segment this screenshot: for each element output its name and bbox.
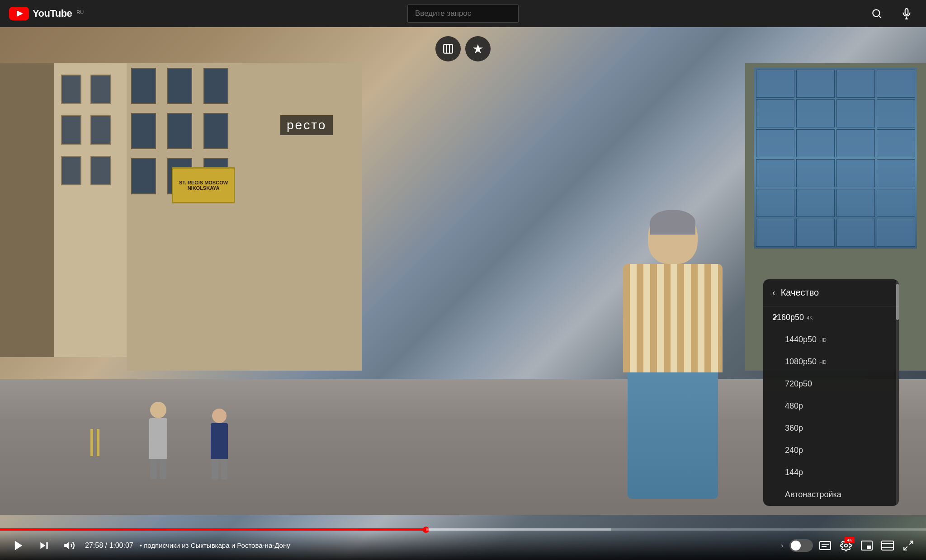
svg-rect-12	[46, 542, 47, 549]
quality-option-1440p50[interactable]: 1440p50 HD	[763, 329, 899, 351]
search-input[interactable]	[415, 9, 511, 18]
chapter-text: • подписчики из Сыктывкара и Ростова-на-…	[140, 541, 775, 549]
svg-rect-19	[867, 546, 871, 549]
quality-badge-hd-1440: HD	[819, 337, 827, 343]
quality-value-720: 720p50	[785, 379, 812, 389]
next-icon	[38, 540, 50, 551]
person-2	[208, 409, 231, 472]
clip-button[interactable]	[435, 36, 461, 61]
subtitles-icon	[819, 541, 831, 550]
svg-point-17	[845, 544, 848, 547]
volume-button[interactable]	[60, 536, 79, 555]
settings-4k-badge: 4K	[845, 537, 855, 543]
search-bar[interactable]	[407, 5, 519, 23]
quality-option-720p50[interactable]: 720p50	[763, 373, 899, 395]
pavement-lines	[90, 429, 99, 456]
building-windows	[59, 72, 113, 194]
subtitles-button[interactable]	[817, 537, 834, 554]
quality-scrollbar-thumb	[896, 284, 899, 320]
quality-back-button[interactable]: ‹	[772, 287, 775, 298]
sparkle-button[interactable]	[465, 36, 491, 61]
svg-line-23	[904, 546, 907, 550]
quality-value-240: 240р	[785, 446, 803, 455]
quality-badge-hd-1080: HD	[819, 359, 827, 365]
miniplayer-icon	[861, 541, 873, 551]
quality-option-auto[interactable]: Автонастройка	[763, 484, 899, 506]
svg-rect-7	[444, 44, 453, 53]
quality-option-480p[interactable]: 480р	[763, 395, 899, 417]
restaurant-sign: ресто	[280, 115, 333, 135]
quality-value-2160: 2160p50	[772, 313, 804, 322]
time-display: 27:58 / 1:00:07	[85, 541, 133, 550]
bottom-controls: 27:58 / 1:00:07 • подписчики из Сыктывка…	[0, 531, 926, 560]
search-icon	[871, 8, 883, 19]
quality-option-2160p50[interactable]: 2160p50 4K	[763, 306, 899, 329]
play-icon	[12, 539, 25, 552]
quality-option-144p[interactable]: 144р	[763, 461, 899, 484]
header: YouTube RU	[0, 0, 926, 27]
microphone-icon	[901, 8, 912, 19]
svg-line-3	[879, 16, 881, 18]
svg-rect-4	[905, 9, 908, 14]
building-right-glass	[754, 68, 917, 249]
logo-locale: RU	[76, 9, 84, 15]
svg-point-2	[873, 9, 879, 16]
fullscreen-icon	[902, 540, 914, 551]
svg-rect-21	[882, 543, 893, 548]
miniplayer-button[interactable]	[858, 537, 875, 554]
quality-value-1080: 1080p50	[785, 357, 817, 367]
chapter-next-button[interactable]: ›	[781, 541, 783, 549]
main-person	[609, 210, 736, 517]
svg-marker-11	[40, 542, 45, 549]
play-button[interactable]	[9, 536, 28, 555]
quality-options-list: 2160p50 4K 1440p50 HD 1080p50 HD 720p50 …	[763, 306, 899, 506]
theater-icon	[881, 541, 894, 551]
svg-rect-14	[820, 541, 831, 550]
svg-line-22	[909, 541, 913, 545]
quality-menu-header[interactable]: ‹ Качество	[763, 279, 899, 306]
svg-marker-13	[64, 542, 69, 549]
quality-value-480: 480р	[785, 401, 803, 411]
fullscreen-button[interactable]	[900, 537, 917, 554]
microphone-button[interactable]	[896, 3, 917, 24]
next-button[interactable]	[34, 536, 53, 555]
quality-scrollbar[interactable]	[896, 279, 899, 506]
settings-button[interactable]: 4K	[837, 537, 855, 554]
quality-value-auto: Автонастройка	[785, 490, 841, 499]
quality-value-1440: 1440p50	[785, 335, 817, 344]
toggle-pill	[791, 541, 801, 551]
quality-option-360p[interactable]: 360р	[763, 417, 899, 439]
logo-text: YouTube	[33, 8, 72, 19]
volume-icon	[63, 540, 75, 551]
quality-value-360: 360р	[785, 424, 803, 433]
right-controls: 4K	[789, 537, 917, 554]
svg-marker-10	[15, 541, 22, 550]
svg-rect-20	[882, 541, 893, 550]
quality-option-1080p50[interactable]: 1080p50 HD	[763, 351, 899, 373]
hotel-sign: ST. REGIS MOSCOW NIKOLSKAYA	[172, 167, 235, 203]
quality-menu-title: Качество	[781, 287, 819, 298]
youtube-logo-icon	[9, 7, 29, 20]
quality-menu: ‹ Качество 2160p50 4K 1440p50 HD 1080p50…	[763, 279, 899, 506]
person-1	[145, 402, 172, 470]
header-icons	[866, 3, 917, 24]
quality-option-240p[interactable]: 240р	[763, 439, 899, 461]
toggle-button[interactable]	[789, 539, 813, 552]
video-player[interactable]: ST. REGIS MOSCOW NIKOLSKAYA ресто	[0, 27, 926, 560]
quality-badge-4k: 4K	[807, 315, 813, 320]
video-top-buttons	[435, 36, 491, 61]
clip-icon	[442, 43, 454, 55]
theater-mode-button[interactable]	[879, 537, 896, 554]
building-left-dark	[0, 63, 54, 357]
search-button[interactable]	[866, 3, 887, 24]
sparkle-icon	[472, 43, 484, 55]
quality-value-144: 144р	[785, 468, 803, 477]
logo-area[interactable]: YouTube RU	[9, 7, 84, 20]
